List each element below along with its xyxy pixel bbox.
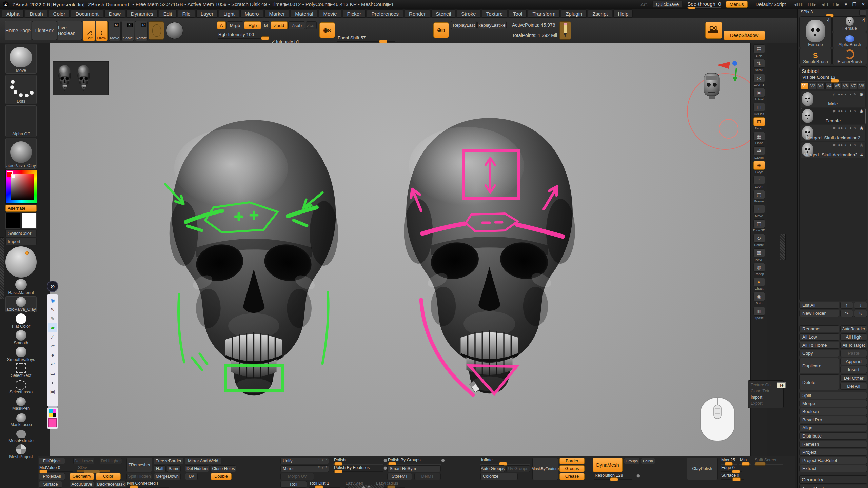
close-holes-button[interactable]: Close Holes [211, 465, 236, 472]
eye-icon[interactable]: ◉ [860, 108, 863, 114]
distribute-button[interactable]: Distribute [799, 432, 867, 440]
rotate-button[interactable]: RRotate [135, 21, 148, 41]
tool-slot-simplebrush[interactable]: S SimpleBrush [799, 48, 832, 65]
menu-item[interactable]: Texture [482, 9, 507, 18]
geometry-section[interactable]: Geometry [799, 475, 867, 484]
mesh-extrude-item[interactable]: MeshExtrude [5, 428, 37, 443]
cmyk-swatch-icon[interactable] [49, 409, 56, 417]
menu-item[interactable]: File [178, 9, 195, 18]
version-tab[interactable]: V4 [825, 83, 833, 89]
Merged_Skull-decimation2_4[interactable]: ⇄ ●● ◐ ◑ ✎ ◉ Merged_Skull-decimation2_4 [801, 142, 866, 158]
edge-slider[interactable]: Edge 0 [721, 465, 742, 472]
select-rect-item[interactable]: SelectRect [5, 363, 37, 378]
sdiv-slider[interactable]: SDiv [77, 465, 110, 472]
dm-groups-button[interactable]: Groups [624, 458, 639, 464]
merge-button[interactable]: Merge [799, 400, 867, 407]
active-color-swatch[interactable] [48, 418, 57, 427]
menu-item[interactable]: Document [71, 9, 103, 18]
del-lower-button[interactable]: Del Lower [73, 458, 94, 464]
transp-icon[interactable]: ◍ Transp [752, 263, 766, 276]
spix-slider[interactable]: SPix 3 [800, 9, 857, 17]
new-folder-button[interactable]: New Folder [799, 310, 839, 317]
store-mt-button[interactable]: StoreMT [387, 473, 412, 480]
menu-item[interactable]: Render [405, 9, 430, 18]
align-button[interactable]: Align [799, 424, 867, 431]
auto-groups-button[interactable]: Auto Groups [480, 465, 505, 472]
del-hidden-button[interactable]: Del Hidden [185, 465, 209, 472]
rename-button[interactable]: Rename [799, 325, 839, 332]
append-button[interactable]: Append [840, 358, 867, 365]
move-button[interactable]: MMove [108, 21, 121, 41]
menu-item[interactable]: Help [613, 9, 633, 18]
menu-item[interactable]: Material [291, 9, 317, 18]
array-mesh-section[interactable]: ArrayMesh [799, 485, 867, 488]
copy-button[interactable]: Copy [799, 350, 839, 357]
subtool-header[interactable]: Subtool [800, 67, 867, 74]
texture-popup-item[interactable]: Clone Txtr [749, 388, 782, 394]
all-high-button[interactable]: All High [840, 333, 867, 341]
version-tab[interactable]: V1 [801, 83, 808, 89]
border-toggle[interactable]: Border [559, 458, 585, 464]
default-zscript-button[interactable]: DefaultZScript [752, 1, 789, 7]
accu-curve-button[interactable]: AccuCurve [70, 481, 94, 488]
menu-item[interactable]: Layer [196, 9, 218, 18]
scale-button[interactable]: SScale [121, 21, 134, 41]
focal-shift-icon[interactable]: ◉S [319, 22, 335, 38]
surface-slider[interactable]: Surface 0 [721, 473, 744, 480]
remesh-button[interactable]: Remesh [799, 441, 867, 448]
actual-icon[interactable]: ▣ Actual [752, 88, 766, 101]
minimize-button[interactable]: ▾ [845, 1, 848, 7]
roll-dist-slider[interactable]: Roll Dist 1 [309, 481, 340, 488]
smooth-brush-item[interactable]: Smooth [5, 330, 37, 346]
eye-icon[interactable]: ◉ [860, 142, 863, 147]
geometry-toggle[interactable]: Geometry [70, 473, 94, 480]
draw-size-icon[interactable]: ⊕D [433, 22, 449, 38]
menu-item[interactable]: Stroke [457, 9, 480, 18]
m-toggle[interactable]: M [262, 21, 270, 29]
polish-by-features-slider[interactable]: Polish By Features [333, 465, 383, 472]
tool-slot-alphabrush[interactable]: AlphaBrush [832, 32, 867, 48]
color-toggle[interactable]: Color [96, 473, 121, 480]
zcut-toggle[interactable]: Zcut [306, 21, 317, 29]
alternate-button[interactable]: Alternate [5, 205, 37, 212]
split-hidden-button[interactable]: Split Hidden [126, 473, 152, 480]
bpr-icon[interactable]: ▤ BPR [752, 44, 766, 57]
rgb-intensity-slider[interactable]: Rgb Intensity 100 [218, 32, 269, 39]
eye-icon[interactable]: ◉ [860, 92, 863, 97]
del-higher-button[interactable]: Del Higher [100, 458, 122, 464]
del-all-button[interactable]: Del All [840, 383, 867, 390]
move-down-icon[interactable]: ↓ [854, 302, 867, 309]
folder-down-icon[interactable]: ↳ [854, 310, 867, 317]
aahalf-icon[interactable]: ◫ AAHalf [752, 103, 766, 116]
texture-selector[interactable]: FabioPaiva_Clay2 [5, 138, 37, 169]
color-picker[interactable] [5, 170, 37, 204]
menu-item[interactable]: Alpha [2, 9, 24, 18]
see-through-slider[interactable]: See-through 0 [687, 1, 721, 8]
split-button[interactable]: Split [799, 392, 867, 399]
texture-popup-item[interactable]: Import [749, 394, 782, 400]
tool-slot-female[interactable]: 4 Female [832, 16, 867, 32]
del-other-button[interactable]: Del Other [840, 374, 867, 382]
polish-slider[interactable]: Polish [333, 458, 383, 465]
secondary-color-swatch[interactable] [22, 213, 37, 229]
anchor-toggle[interactable]: A [217, 21, 226, 29]
flat-color-item[interactable]: Flat Color [5, 313, 37, 329]
colorize-button[interactable]: Colorize [480, 473, 518, 480]
subtool-mini-icons[interactable]: ⇄ ●● ◐ ◑ ✎ [833, 92, 857, 96]
morph-uv-button[interactable]: Morph UV [280, 473, 314, 480]
mirror-and-weld-button[interactable]: Mirror And Weld [185, 458, 221, 464]
unify-button[interactable]: Unifyx y z [280, 458, 329, 464]
roll-button[interactable]: Roll [280, 481, 307, 488]
subtool-mini-icons[interactable]: ⇄ ●● ◐ ◑ ✎ [833, 143, 857, 147]
layout-right-icon[interactable]: ❒▸ [833, 2, 840, 7]
menu-item[interactable]: Color [49, 9, 70, 18]
fill-object-button[interactable]: FillObject [39, 458, 65, 464]
boolean-button[interactable]: Boolean [799, 408, 867, 415]
menu-item[interactable]: Zscript [588, 9, 612, 18]
zoom3-icon[interactable]: ◎ Zoom3 [752, 74, 766, 86]
all-to-home-button[interactable]: All To Home [799, 342, 839, 349]
del-mt-button[interactable]: DelMT [414, 473, 441, 480]
gxyz-icon[interactable]: ⊕ Gxyz [752, 161, 766, 174]
persp-icon[interactable]: ⊞ Persp [752, 117, 766, 130]
floor-icon[interactable]: ▦ Floor [752, 132, 766, 145]
